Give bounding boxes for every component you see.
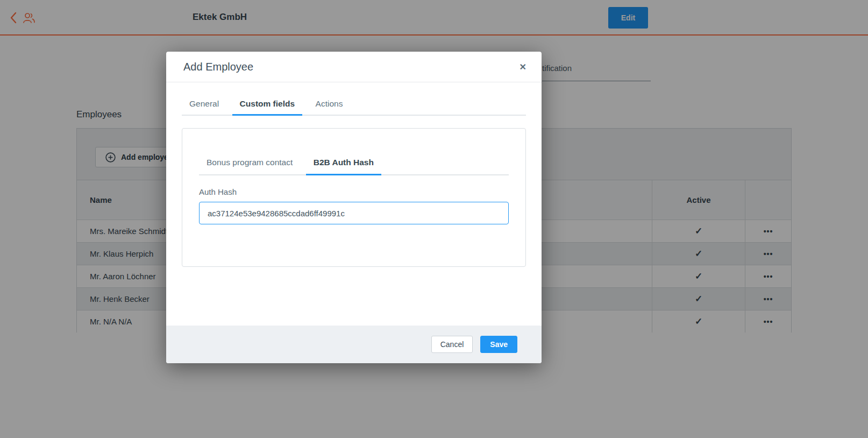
auth-hash-input[interactable] <box>199 202 509 224</box>
auth-hash-label: Auth Hash <box>199 187 509 196</box>
dialog-tabbar: General Custom fields Actions <box>182 82 526 116</box>
custom-fields-card: Bonus program contact B2B Auth Hash Auth… <box>182 128 526 267</box>
add-employee-dialog: Add Employee ✕ General Custom fields Act… <box>166 52 542 363</box>
tab-general[interactable]: General <box>182 94 226 116</box>
app-page: Ektek GmbH Edit tification Employees Add… <box>0 0 868 438</box>
tab-custom-fields[interactable]: Custom fields <box>232 94 302 116</box>
dialog-header: Add Employee ✕ <box>166 52 542 82</box>
close-icon[interactable]: ✕ <box>520 62 527 72</box>
tab-actions[interactable]: Actions <box>308 94 351 116</box>
dialog-title: Add Employee <box>183 61 253 73</box>
dialog-footer: Cancel Save <box>166 326 542 363</box>
cancel-button[interactable]: Cancel <box>431 336 473 353</box>
custom-fields-subtabbar: Bonus program contact B2B Auth Hash <box>199 151 509 175</box>
subtab-b2b-auth-hash[interactable]: B2B Auth Hash <box>306 151 381 175</box>
save-button[interactable]: Save <box>480 336 517 353</box>
subtab-bonus-program-contact[interactable]: Bonus program contact <box>199 151 300 175</box>
